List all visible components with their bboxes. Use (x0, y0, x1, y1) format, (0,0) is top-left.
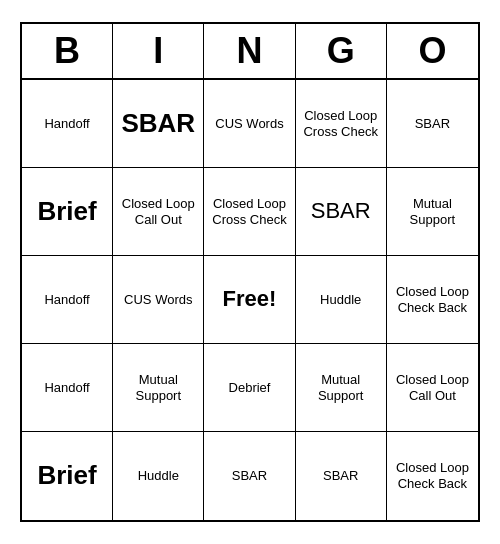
header-letter-G: G (296, 24, 387, 78)
bingo-cell-4-1: Huddle (113, 432, 204, 520)
bingo-cell-3-1: Mutual Support (113, 344, 204, 432)
bingo-cell-0-2: CUS Words (204, 80, 295, 168)
bingo-cell-4-2: SBAR (204, 432, 295, 520)
header-letter-B: B (22, 24, 113, 78)
bingo-cell-0-4: SBAR (387, 80, 478, 168)
bingo-cell-2-4: Closed Loop Check Back (387, 256, 478, 344)
header-letter-N: N (204, 24, 295, 78)
bingo-cell-3-0: Handoff (22, 344, 113, 432)
bingo-cell-3-3: Mutual Support (296, 344, 387, 432)
bingo-cell-0-1: SBAR (113, 80, 204, 168)
bingo-grid: HandoffSBARCUS WordsClosed Loop Cross Ch… (22, 80, 478, 520)
bingo-cell-1-4: Mutual Support (387, 168, 478, 256)
header-letter-I: I (113, 24, 204, 78)
bingo-cell-3-4: Closed Loop Call Out (387, 344, 478, 432)
bingo-cell-1-1: Closed Loop Call Out (113, 168, 204, 256)
header-letter-O: O (387, 24, 478, 78)
bingo-cell-4-3: SBAR (296, 432, 387, 520)
bingo-cell-1-3: SBAR (296, 168, 387, 256)
bingo-cell-1-2: Closed Loop Cross Check (204, 168, 295, 256)
bingo-header: BINGO (22, 24, 478, 80)
bingo-cell-1-0: Brief (22, 168, 113, 256)
bingo-cell-3-2: Debrief (204, 344, 295, 432)
bingo-cell-2-0: Handoff (22, 256, 113, 344)
bingo-cell-0-0: Handoff (22, 80, 113, 168)
bingo-cell-0-3: Closed Loop Cross Check (296, 80, 387, 168)
bingo-cell-4-0: Brief (22, 432, 113, 520)
bingo-cell-2-1: CUS Words (113, 256, 204, 344)
bingo-cell-2-3: Huddle (296, 256, 387, 344)
bingo-cell-2-2: Free! (204, 256, 295, 344)
bingo-cell-4-4: Closed Loop Check Back (387, 432, 478, 520)
bingo-card: BINGO HandoffSBARCUS WordsClosed Loop Cr… (20, 22, 480, 522)
